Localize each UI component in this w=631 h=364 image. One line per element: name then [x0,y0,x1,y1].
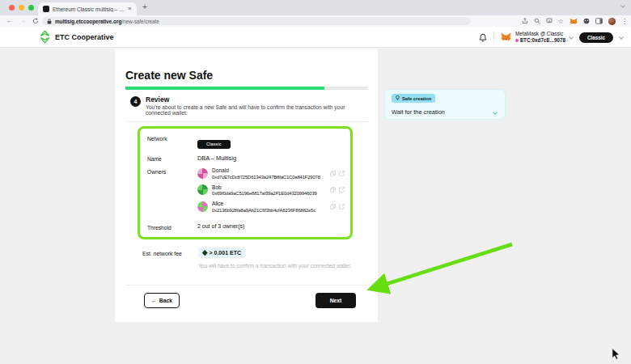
external-link-icon[interactable] [339,204,345,210]
back-arrow-icon: ← [151,298,157,303]
etc-token-icon [202,250,207,255]
url-path: /new-safe/create [121,19,159,24]
copy-icon[interactable] [330,171,336,176]
etc-logo-icon [40,30,50,44]
name-label: Name [147,154,197,162]
fee-value: > 0.001 ETC [210,250,242,256]
metamask-extension-icon[interactable] [570,18,578,25]
copy-icon[interactable] [330,204,336,210]
owner-avatar [197,168,208,179]
copy-icon[interactable] [330,187,336,193]
back-button[interactable]: ← Back [144,293,180,308]
owner-address: 0x69f0da9aC5196e8817af39a2F1E0d432099460… [212,191,317,196]
share-icon[interactable] [522,18,528,24]
name-row: Name DBA – Multisig [147,154,343,162]
owner-actions [330,171,345,176]
window-close-button[interactable] [9,5,15,11]
progress-bar [125,87,368,90]
network-label: Network [147,134,197,149]
owners-row: Owners Donald 0xd7cE7cDc8725D61343a247B8… [147,167,343,218]
profile-avatar[interactable] [608,18,616,25]
tab-favicon [43,6,49,12]
threshold-label: Threshold [147,223,197,231]
step-number: 4 [130,96,141,107]
review-summary-box: Network Classic Name DBA – Multisig Owne… [138,126,353,239]
owner-text: Bob 0x69f0da9aC5196e8817af39a2F1E0d43209… [212,184,317,197]
status-chevron-icon[interactable] [493,110,498,115]
reload-icon[interactable] [32,18,39,24]
tab-search-chevron-icon[interactable] [620,3,625,8]
wallet-chevron-icon[interactable] [569,35,574,40]
browser-toolbar: ← → multisig.etccooperative.org/new-safe… [0,15,631,27]
account-dot-icon [515,39,519,42]
url-host: multisig.etccooperative.org [55,19,121,24]
owner-name: Bob [212,184,317,192]
notifications-bell-icon[interactable] [479,33,487,42]
browser-window: Ethereum Classic multisig – Cre ✕ + ← → … [0,0,631,364]
step-title: Review [146,95,169,104]
bookmark-star-icon[interactable]: ☆ [558,18,564,25]
wallet-address: ETC:0xd7cE...9078 [515,37,565,44]
brand[interactable]: ETC Cooperative [40,30,114,44]
status-badge-label: Safe creation [402,96,431,101]
next-button[interactable]: Next [316,293,356,308]
fee-note: You will have to confirm a transaction w… [198,263,372,269]
external-link-icon[interactable] [339,171,345,176]
owner-actions [330,204,345,210]
owners-label: Owners [147,167,197,218]
network-chevron-icon[interactable] [619,35,624,40]
wallet-info[interactable]: MetaMask @ Classic ETC:0xd7cE...9078 [501,31,573,44]
fee-label: Est. network fee [142,251,182,256]
search-icon[interactable] [534,18,540,24]
progress-fill [125,87,324,90]
owner-text: Donald 0xd7cE7cDc8725D61343a247B8faC1C0a… [212,167,320,180]
owner-name: Alice [212,201,316,208]
owner-actions [330,187,345,193]
tab-title: Ethereum Classic multisig – Cre [53,6,125,12]
tab-strip: Ethereum Classic multisig – Cre ✕ + [0,0,631,15]
status-text: Wait for the creation [392,108,445,116]
owner-address: 0xd7cE7cDc8725D61343a247B8faC1C0a841F290… [212,175,320,180]
status-badge: Safe creation [392,94,435,103]
owner-avatar [197,201,208,212]
lightbulb-icon [396,95,400,101]
owner-item: Bob 0x69f0da9aC5196e8817af39a2F1E0d43209… [197,184,345,197]
window-minimize-button[interactable] [19,5,24,11]
network-chip[interactable]: Classic [579,32,613,43]
browser-menu-icon[interactable]: ⋮ [621,18,628,25]
lock-icon [47,19,52,24]
app-header: ETC Cooperative MetaMask @ Classic ETC:0… [0,27,631,48]
header-actions: MetaMask @ Classic ETC:0xd7cE...9078 Cla… [479,29,623,45]
threshold-value: 2 out of 3 owner(s) [197,223,244,231]
forward-icon[interactable]: → [19,18,26,24]
install-icon[interactable] [546,18,553,24]
browser-tab[interactable]: Ethereum Classic multisig – Cre ✕ [38,2,137,15]
divider [125,121,368,122]
threshold-row: Threshold 2 out of 3 owner(s) [147,223,343,231]
owner-item: Donald 0xd7cE7cDc8725D61343a247B8faC1C0a… [197,167,345,180]
brand-name: ETC Cooperative [55,33,114,41]
wallet-lines: MetaMask @ Classic ETC:0xd7cE...9078 [515,31,565,44]
network-value-chip: Classic [197,140,231,149]
toolbar-actions: ☆ ⋮ [522,15,628,27]
page-title: Create new Safe [125,69,213,82]
step-description: You're about to create a new Safe and wi… [146,104,366,116]
window-zoom-button[interactable] [28,5,34,11]
network-row: Network Classic [147,134,343,149]
address-bar[interactable]: multisig.etccooperative.org/new-safe/cre… [42,17,471,25]
owner-avatar [197,184,208,195]
safe-creation-status-card[interactable]: Safe creation Wait for the creation [384,89,506,120]
back-icon[interactable]: ← [6,18,13,24]
external-link-icon[interactable] [339,187,345,193]
divider [125,285,368,286]
extension-icon[interactable] [583,18,590,24]
fee-pill: > 0.001 ETC [198,248,246,258]
side-panel-icon[interactable] [595,18,603,24]
tab-close-icon[interactable]: ✕ [128,6,132,12]
owners-list: Donald 0xd7cE7cDc8725D61343a247B8faC1C0a… [197,167,345,218]
owner-text: Alice 0x2136b928fa8a9Ab21C6f3bb4cfA8236F… [212,201,316,213]
name-value: DBA – Multisig [197,154,236,162]
url-text: multisig.etccooperative.org/new-safe/cre… [55,19,159,24]
new-tab-button[interactable]: + [142,2,147,11]
owner-address: 0x2136b928fa8a9Ab21C6f3bb4cfA8236F86882e… [212,208,316,213]
